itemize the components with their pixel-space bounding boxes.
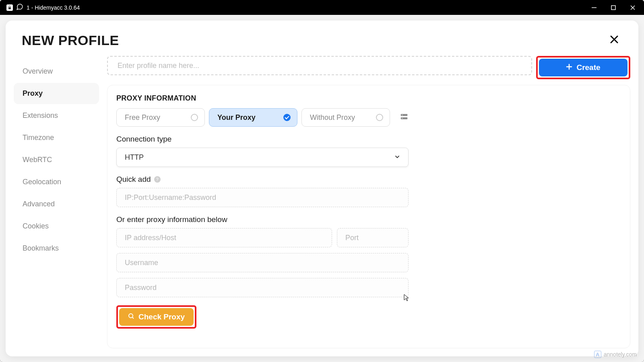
- titlebar: 1 - Hidemyacc 3.0.64: [0, 0, 644, 15]
- sidebar-item-bookmarks[interactable]: Bookmarks: [14, 238, 99, 259]
- sidebar-item-label: WebRTC: [23, 156, 52, 164]
- sidebar-item-label: Advanced: [23, 200, 55, 208]
- port-input[interactable]: [337, 228, 409, 247]
- sidebar-item-timezone[interactable]: Timezone: [14, 127, 99, 148]
- radio-your-proxy[interactable]: Your Proxy: [209, 108, 297, 127]
- svg-point-13: [129, 314, 133, 318]
- annotation-highlight-check: Check Proxy: [116, 305, 196, 329]
- sidebar-item-label: Extensions: [23, 111, 58, 119]
- sidebar-item-geolocation[interactable]: Geolocation: [14, 171, 99, 193]
- watermark: A annotely.com: [594, 351, 637, 358]
- sidebar-item-label: Proxy: [23, 89, 43, 97]
- sidebar-item-advanced[interactable]: Advanced: [14, 193, 99, 215]
- close-window-button[interactable]: [628, 3, 638, 12]
- select-value: HTTP: [125, 153, 144, 162]
- search-icon: [128, 313, 134, 321]
- profile-name-input[interactable]: [107, 56, 532, 75]
- proxy-settings-icon[interactable]: [400, 112, 409, 123]
- username-input[interactable]: [116, 253, 409, 272]
- sidebar: Overview Proxy Extensions Timezone WebRT…: [14, 53, 99, 348]
- quick-add-label: Quick add ?: [116, 175, 409, 184]
- radio-label: Your Proxy: [217, 113, 256, 122]
- sidebar-item-extensions[interactable]: Extensions: [14, 105, 99, 126]
- radio-check-icon: [283, 114, 291, 121]
- svg-rect-10: [401, 117, 408, 119]
- sidebar-item-label: Cookies: [23, 222, 49, 230]
- check-proxy-button[interactable]: Check Proxy: [119, 308, 194, 326]
- svg-line-14: [132, 317, 134, 319]
- sidebar-item-label: Geolocation: [23, 178, 61, 186]
- ip-host-input[interactable]: [116, 228, 332, 247]
- app-icon: [6, 4, 13, 11]
- plus-icon: [566, 63, 572, 72]
- sidebar-item-label: Bookmarks: [23, 244, 59, 252]
- radio-dot-icon: [191, 114, 198, 121]
- sidebar-item-cookies[interactable]: Cookies: [14, 216, 99, 237]
- chevron-down-icon: [394, 154, 400, 161]
- radio-label: Free Proxy: [125, 113, 160, 122]
- sidebar-item-label: Timezone: [23, 134, 54, 142]
- create-button[interactable]: Create: [539, 59, 627, 76]
- maximize-button[interactable]: [609, 3, 618, 12]
- sidebar-item-label: Overview: [23, 67, 53, 75]
- quick-add-input[interactable]: [116, 188, 409, 207]
- page-title: NEW PROFILE: [22, 33, 119, 48]
- proxy-info-heading: PROXY INFORMATION: [116, 94, 409, 103]
- radio-free-proxy[interactable]: Free Proxy: [116, 108, 205, 127]
- connection-type-select[interactable]: HTTP: [116, 148, 409, 167]
- annotation-highlight-create: Create: [536, 56, 630, 79]
- svg-point-11: [402, 115, 403, 115]
- sidebar-item-webrtc[interactable]: WebRTC: [14, 149, 99, 171]
- minimize-button[interactable]: [589, 3, 599, 12]
- radio-without-proxy[interactable]: Without Proxy: [301, 108, 390, 127]
- connection-type-label: Connection type: [116, 135, 409, 144]
- or-enter-label: Or enter proxy information below: [116, 215, 409, 224]
- watermark-text: annotely.com: [604, 351, 637, 358]
- password-input[interactable]: [116, 278, 409, 297]
- sidebar-item-proxy[interactable]: Proxy: [14, 83, 99, 104]
- sidebar-item-overview[interactable]: Overview: [14, 61, 99, 82]
- radio-label: Without Proxy: [310, 113, 355, 122]
- chat-icon: [16, 3, 23, 12]
- svg-rect-2: [611, 6, 615, 10]
- quick-add-label-text: Quick add: [116, 175, 151, 184]
- create-button-label: Create: [576, 63, 600, 72]
- window-title: 1 - Hidemyacc 3.0.64: [27, 4, 80, 11]
- check-proxy-label: Check Proxy: [138, 313, 185, 321]
- svg-point-12: [402, 118, 403, 119]
- close-modal-button[interactable]: [606, 33, 622, 49]
- svg-rect-9: [401, 114, 408, 116]
- radio-dot-icon: [376, 114, 383, 121]
- watermark-icon: A: [594, 351, 601, 358]
- svg-rect-0: [8, 7, 11, 9]
- help-icon[interactable]: ?: [154, 176, 161, 183]
